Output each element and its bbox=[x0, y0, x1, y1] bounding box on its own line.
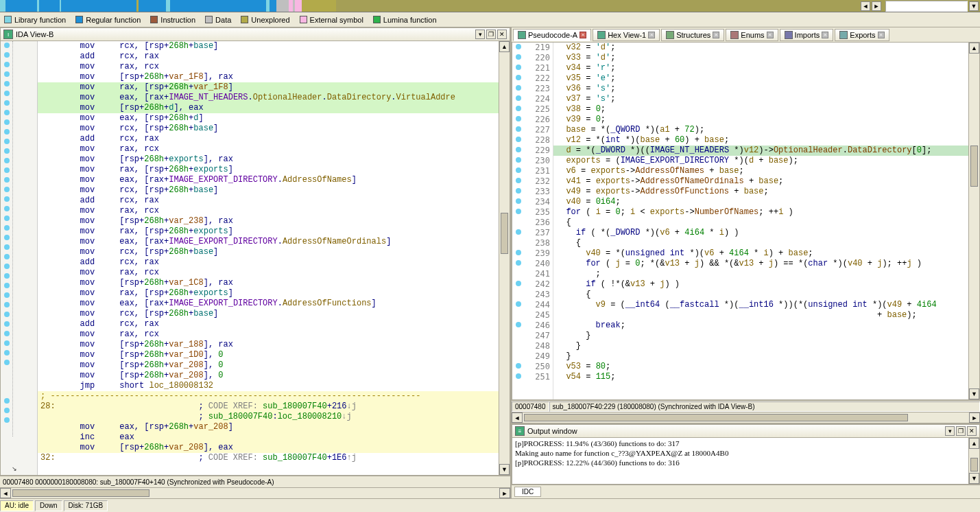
pseudocode-body[interactable]: v32 = 'd'; v33 = 'd'; v34 = 'r'; v35 = '… bbox=[553, 43, 968, 399]
asm-line[interactable]: mov [rsp+268h+var_238], rax bbox=[38, 216, 499, 226]
breakpoint-dot[interactable] bbox=[516, 116, 521, 121]
asm-line[interactable]: mov eax, [rax+IMAGE_EXPORT_DIRECTORY.Add… bbox=[38, 299, 499, 309]
window-menu-button[interactable]: ▾ bbox=[475, 30, 485, 39]
asm-line[interactable]: mov rcx, [rsp+268h+base] bbox=[38, 124, 499, 134]
ida-vscrollbar[interactable]: ▲ ▼ bbox=[499, 41, 510, 475]
output-body[interactable]: [p]PROGRESS: 11.94% (43/360) functions t… bbox=[512, 438, 980, 485]
pseudocode-line[interactable]: v9 = (__int64 (__fastcall *)(__int16 *))… bbox=[553, 300, 968, 310]
breakpoint-dot[interactable] bbox=[4, 71, 10, 77]
output-titlebar[interactable]: ≡ Output window ▾ ❐ ✕ bbox=[512, 424, 980, 438]
scroll-thumb[interactable] bbox=[501, 213, 508, 254]
breakpoint-dot[interactable] bbox=[4, 129, 10, 135]
pseudocode-line[interactable]: v6 = exports->AddressOfNames + base; bbox=[553, 166, 968, 176]
pseudocode-line[interactable]: base = *(_QWORD *)(a1 + 72); bbox=[553, 125, 968, 135]
asm-line[interactable]: mov eax, [rsp+268h+var_208] bbox=[38, 422, 499, 432]
asm-line[interactable]: mov rax, [rsp+268h+exports] bbox=[38, 226, 499, 237]
breakpoint-dot[interactable] bbox=[516, 126, 521, 132]
breakpoint-dot[interactable] bbox=[4, 273, 10, 279]
breakpoint-dot[interactable] bbox=[516, 188, 521, 194]
nav-segment[interactable] bbox=[139, 0, 166, 12]
pseudocode-line[interactable]: { bbox=[553, 218, 968, 228]
asm-line[interactable]: mov rax, [rsp+268h+exports] bbox=[38, 288, 499, 299]
nav-prev-button[interactable]: ◄ bbox=[861, 1, 870, 11]
nav-segment[interactable] bbox=[5, 0, 37, 12]
asm-line[interactable]: mov [rsp+268h+var_1C8], rax bbox=[38, 278, 499, 288]
breakpoint-dot[interactable] bbox=[4, 167, 10, 173]
breakpoint-dot[interactable] bbox=[4, 321, 10, 327]
tab-close-button[interactable]: × bbox=[648, 32, 655, 38]
pseudocode-line[interactable]: + base); bbox=[553, 310, 968, 321]
breakpoint-dot[interactable] bbox=[4, 235, 10, 240]
tab-pseudocode-a[interactable]: Pseudocode-A× bbox=[513, 29, 591, 41]
output-tab-idc[interactable]: IDC bbox=[514, 487, 541, 497]
breakpoint-dot[interactable] bbox=[4, 408, 10, 413]
pseudocode-line[interactable]: { bbox=[553, 290, 968, 300]
pseudocode-line[interactable]: break; bbox=[553, 321, 968, 331]
breakpoint-dot[interactable] bbox=[516, 75, 521, 80]
breakpoint-dot[interactable] bbox=[516, 363, 521, 369]
scroll-thumb[interactable] bbox=[970, 146, 978, 187]
window-restore-button[interactable]: ❐ bbox=[486, 30, 496, 39]
breakpoint-dot[interactable] bbox=[4, 417, 10, 423]
hscroll-thumb[interactable] bbox=[524, 414, 908, 421]
pseudocode-line[interactable]: v39 = 0; bbox=[553, 115, 968, 125]
breakpoint-dot[interactable] bbox=[516, 322, 521, 327]
pc-hscrollbar[interactable]: ◄ ► bbox=[512, 412, 980, 423]
nav-search-dropdown[interactable]: ▼ bbox=[969, 1, 979, 11]
tab-close-button[interactable]: × bbox=[767, 32, 774, 38]
scroll-right-button[interactable]: ► bbox=[499, 488, 510, 498]
pseudocode-line[interactable]: v49 = exports->AddressOfFunctions + base… bbox=[553, 187, 968, 197]
nav-segment[interactable] bbox=[295, 0, 302, 12]
asm-line[interactable]: ; sub_180007F40:loc_180008210↓j bbox=[38, 412, 499, 422]
pseudocode-line[interactable]: v12 = *(int *)(base + 60) + base; bbox=[553, 135, 968, 146]
breakpoint-dot[interactable] bbox=[516, 167, 521, 173]
pseudocode-line[interactable]: v53 = 80; bbox=[553, 362, 968, 372]
hscroll-thumb[interactable] bbox=[12, 489, 150, 497]
pseudocode-line[interactable]: } bbox=[553, 351, 968, 362]
asm-line[interactable]: mov eax, [rax+IMAGE_EXPORT_DIRECTORY.Add… bbox=[38, 175, 499, 185]
nav-next-button[interactable]: ► bbox=[872, 1, 881, 11]
pseudocode-line[interactable]: v41 = exports->AddressOfNameOrdinals + b… bbox=[553, 176, 968, 187]
asm-line[interactable]: mov [rsp+268h+var_1D0], 0 bbox=[38, 350, 499, 360]
breakpoint-dot[interactable] bbox=[4, 312, 10, 317]
pseudocode-line[interactable]: v36 = 's'; bbox=[553, 84, 968, 94]
scroll-down-button[interactable]: ▼ bbox=[969, 473, 979, 484]
breakpoint-dot[interactable] bbox=[516, 373, 521, 379]
breakpoint-dot[interactable] bbox=[4, 254, 10, 259]
pseudocode-line[interactable]: exports = (IMAGE_EXPORT_DIRECTORY *)(d +… bbox=[553, 156, 968, 166]
asm-line[interactable]: mov [rsp+268h+d], eax bbox=[38, 103, 499, 113]
asm-line[interactable]: add rcx, rax bbox=[38, 257, 499, 268]
asm-line[interactable]: mov rax, rcx bbox=[38, 268, 499, 278]
breakpoint-dot[interactable] bbox=[4, 139, 10, 144]
breakpoint-dot[interactable] bbox=[4, 100, 10, 106]
tab-enums[interactable]: Enums× bbox=[726, 29, 778, 41]
breakpoint-dot[interactable] bbox=[516, 229, 521, 235]
ida-breakpoint-col[interactable] bbox=[1, 41, 13, 437]
scroll-left-button[interactable]: ◄ bbox=[512, 412, 523, 423]
breakpoint-dot[interactable] bbox=[516, 106, 521, 111]
asm-line[interactable]: mov [rsp+268h+var_188], rax bbox=[38, 340, 499, 350]
tab-imports[interactable]: Imports× bbox=[780, 29, 834, 41]
breakpoint-dot[interactable] bbox=[4, 350, 10, 356]
asm-line[interactable]: mov rax, rcx bbox=[38, 206, 499, 216]
ida-view-titlebar[interactable]: I IDA View-B ▾ ❐ ✕ bbox=[0, 27, 510, 41]
nav-segment[interactable] bbox=[61, 0, 136, 12]
asm-line[interactable]: mov rcx, [rsp+268h+base] bbox=[38, 185, 499, 196]
breakpoint-dot[interactable] bbox=[516, 157, 521, 163]
scroll-up-button[interactable]: ▲ bbox=[969, 43, 979, 54]
pseudocode-line[interactable]: } bbox=[553, 341, 968, 351]
pseudocode-line[interactable]: ; bbox=[553, 269, 968, 279]
asm-line[interactable]: mov rax, rcx bbox=[38, 329, 499, 340]
breakpoint-dot[interactable] bbox=[516, 54, 521, 60]
pseudocode-line[interactable]: } bbox=[553, 331, 968, 341]
window-menu-button[interactable]: ▾ bbox=[945, 426, 955, 436]
asm-line[interactable]: mov [rsp+268h+var_208], 0 bbox=[38, 371, 499, 381]
breakpoint-dot[interactable] bbox=[4, 302, 10, 307]
asm-line[interactable]: add rcx, rax bbox=[38, 51, 499, 62]
asm-line[interactable]: add rcx, rax bbox=[38, 196, 499, 206]
tab-close-button[interactable]: × bbox=[713, 32, 719, 38]
output-tabstrip[interactable]: IDC bbox=[512, 485, 980, 498]
breakpoint-dot[interactable] bbox=[4, 225, 10, 231]
breakpoint-dot[interactable] bbox=[4, 43, 10, 48]
scroll-down-button[interactable]: ▼ bbox=[969, 388, 979, 399]
